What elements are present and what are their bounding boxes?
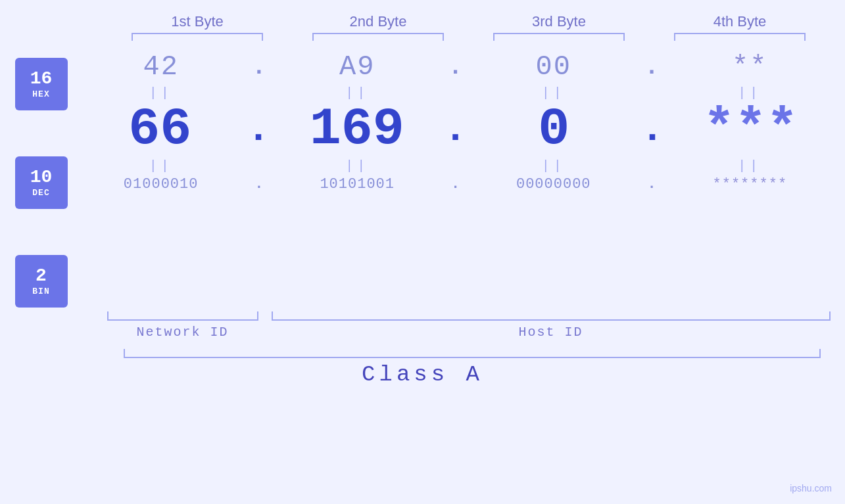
eq-2: || (285, 85, 429, 101)
eq-3: || (481, 85, 626, 101)
network-id-label: Network ID (107, 325, 258, 340)
bin-val-2: 10101001 (285, 176, 429, 193)
eq-4: || (677, 85, 822, 101)
badge-bin-number: 2 (36, 266, 47, 286)
bracket-3 (493, 33, 625, 41)
class-bracket (124, 349, 821, 358)
dec-row: 66 . 169 . 0 . *** (81, 103, 831, 156)
bin-dot-3: . (642, 176, 662, 193)
eq-8: || (677, 158, 822, 173)
dec-dot-2: . (443, 107, 467, 152)
dec-val-4: *** (679, 103, 823, 156)
main-content: 16 HEX 10 DEC 2 BIN 42 . A9 . 00 . ** (15, 45, 831, 308)
dec-dot-3: . (640, 107, 664, 152)
equals-row-2: || || || || (81, 158, 831, 173)
dec-val-1: 66 (87, 103, 232, 156)
header-row: 1st Byte 2nd Byte 3rd Byte 4th Byte (107, 13, 831, 30)
badge-hex: 16 HEX (15, 58, 68, 110)
host-bracket (272, 311, 831, 321)
hex-val-2: A9 (285, 51, 429, 83)
bracket-4 (674, 33, 806, 41)
network-bracket (107, 311, 258, 321)
bracket-1 (132, 33, 263, 41)
badge-bin: 2 BIN (15, 255, 68, 308)
hex-val-4: ** (677, 51, 822, 83)
eq-5: || (89, 158, 233, 173)
values-grid: 42 . A9 . 00 . ** || || || || 66 (81, 45, 831, 193)
bin-dot-1: . (249, 176, 269, 193)
byte-label-2: 2nd Byte (306, 13, 450, 30)
bracket-2 (312, 33, 444, 41)
byte-label-1: 1st Byte (125, 13, 270, 30)
bin-val-3: 00000000 (481, 176, 626, 193)
dec-dot-1: . (247, 107, 270, 152)
eq-7: || (481, 158, 626, 173)
watermark: ipshu.com (790, 483, 832, 493)
bin-dot-2: . (445, 176, 465, 193)
bracket-gap (258, 311, 272, 321)
badge-column: 16 HEX 10 DEC 2 BIN (15, 58, 68, 308)
bin-row: 01000010 . 10101001 . 00000000 . *******… (81, 176, 831, 193)
host-id-label: Host ID (272, 325, 831, 340)
dec-val-3: 0 (481, 103, 626, 156)
hex-dot-2: . (445, 54, 465, 81)
top-brackets (107, 33, 831, 41)
badge-dec-label: DEC (32, 188, 49, 198)
eq-6: || (285, 158, 429, 173)
id-labels-row: Network ID Host ID (107, 325, 831, 340)
dec-val-2: 169 (285, 103, 429, 156)
badge-dec-number: 10 (30, 168, 53, 188)
bin-val-1: 01000010 (89, 176, 233, 193)
badge-dec: 10 DEC (15, 156, 68, 209)
hex-val-3: 00 (481, 51, 626, 83)
byte-label-4: 4th Byte (667, 13, 812, 30)
hex-dot-1: . (249, 54, 269, 81)
class-label: Class A (28, 362, 817, 387)
badge-hex-number: 16 (30, 69, 53, 89)
badge-bin-label: BIN (32, 286, 49, 296)
badge-hex-label: HEX (32, 89, 49, 99)
main-container: 1st Byte 2nd Byte 3rd Byte 4th Byte 16 H… (0, 0, 845, 504)
hex-row: 42 . A9 . 00 . ** (81, 51, 831, 83)
bin-val-4: ******** (677, 176, 822, 193)
bottom-brackets-row (107, 311, 831, 321)
hex-val-1: 42 (89, 51, 233, 83)
byte-label-3: 3rd Byte (487, 13, 631, 30)
eq-1: || (89, 85, 233, 101)
hex-dot-3: . (642, 54, 662, 81)
equals-row-1: || || || || (81, 85, 831, 101)
